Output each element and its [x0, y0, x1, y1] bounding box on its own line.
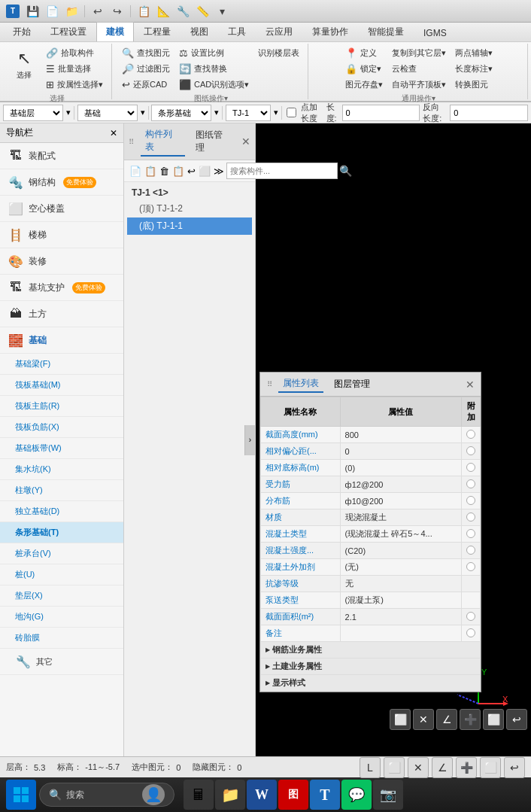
tab-tools[interactable]: 工具 — [218, 22, 256, 41]
tab-start[interactable]: 开始 — [3, 22, 41, 41]
view-ctrl-back[interactable]: ↩ — [506, 709, 527, 730]
element-save-btn[interactable]: 图元存盘▾ — [341, 77, 387, 92]
taskbar-app-calculator[interactable]: 🖩 — [184, 780, 214, 810]
element-name-select[interactable]: TJ-1 — [226, 105, 271, 121]
settings-icon[interactable]: 🔧 — [174, 3, 191, 20]
more-icon[interactable]: ▾ — [214, 3, 230, 20]
ruler-icon[interactable]: 📏 — [194, 3, 211, 20]
sidebar-item-pier[interactable]: 柱墩(Y) — [0, 480, 123, 501]
open-icon[interactable]: 📁 — [63, 3, 80, 20]
taskbar-app-wechat[interactable]: 💬 — [341, 780, 372, 810]
paste-component-btn[interactable]: 📋 — [171, 163, 185, 179]
prop-select-btn[interactable]: ⊞ 按属性选择▾ — [42, 77, 107, 92]
sidebar-item-other[interactable]: 🔧 其它 — [0, 649, 123, 675]
find-replace-btn[interactable]: 🔄 查找替换 — [175, 61, 253, 76]
element-type-select[interactable]: 基础 — [77, 105, 138, 121]
more-btn[interactable]: ≫ — [213, 163, 225, 179]
view-ctrl-cross[interactable]: ✕ — [413, 709, 434, 730]
prop-val-concrete-type[interactable]: (现浇混凝土 碎石5～4... — [340, 526, 461, 543]
prop-val-material[interactable]: 现浇混凝土 — [340, 509, 461, 526]
length-input[interactable] — [342, 105, 420, 121]
point-length-checkbox[interactable] — [287, 108, 296, 117]
tab-cloud[interactable]: 云应用 — [256, 22, 302, 41]
sidebar-item-cushion[interactable]: 垫层(X) — [0, 585, 123, 607]
props-tab-list[interactable]: 属性列表 — [278, 376, 323, 393]
sidebar-item-pit[interactable]: 🏗 基坑支护 免费体验 — [0, 275, 123, 301]
tab-collab[interactable]: 算量协作 — [302, 22, 358, 41]
view-ctrl-angle[interactable]: ∠ — [436, 709, 457, 730]
reverse-length-input[interactable] — [450, 105, 528, 121]
prop-val-area[interactable]: 2.1 — [340, 609, 461, 625]
prop-val-impermeability[interactable]: 无 — [340, 576, 461, 592]
radio-concrete-type[interactable] — [466, 529, 475, 538]
define-btn[interactable]: 📍 定义 — [341, 45, 387, 60]
radio-additive[interactable] — [466, 562, 475, 571]
undo-icon[interactable]: ↩ — [90, 3, 106, 20]
status-btn-x[interactable]: ✕ — [408, 757, 429, 778]
taskbar-app-folder[interactable]: 📁 — [215, 780, 245, 810]
tab-settings[interactable]: 工程设置 — [41, 22, 96, 41]
copy-component-btn[interactable]: 📋 — [144, 163, 157, 179]
sidebar-item-raft-foundation[interactable]: 筏板基础(M) — [0, 375, 123, 396]
taskbar-app-t[interactable]: T — [310, 780, 340, 810]
radio-elev[interactable] — [466, 463, 475, 472]
radio-dist-bar[interactable] — [466, 496, 475, 505]
prop-val-dist-bar[interactable]: ф10@200 — [340, 493, 461, 509]
sidebar-item-pile-cap[interactable]: 桩承台(V) — [0, 543, 123, 564]
sidebar-item-assembly[interactable]: 🏗 装配式 — [0, 143, 123, 169]
radio-area[interactable] — [466, 612, 475, 621]
sidebar-item-strip[interactable]: 条形基础(T) — [0, 522, 123, 543]
measure-icon[interactable]: 📐 — [155, 3, 171, 20]
sidebar-item-foundation-band[interactable]: 基础板带(W) — [0, 438, 123, 459]
taskbar-search-box[interactable]: 🔍 搜索 👤 — [39, 783, 174, 807]
sidebar-item-hollow[interactable]: ⬜ 空心楼盖 — [0, 196, 123, 222]
select-btn[interactable]: ↖ 选择 — [8, 45, 41, 84]
filter-btn[interactable]: 🔎 过滤图元 — [118, 61, 174, 76]
prop-val-additive[interactable]: (无) — [340, 559, 461, 576]
tree-item-tj1[interactable]: TJ-1 <1> — [127, 185, 252, 200]
prop-val-elev[interactable]: (0) — [340, 460, 461, 476]
sidebar-item-pile[interactable]: 桩(U) — [0, 564, 123, 585]
radio-concrete-grade[interactable] — [466, 546, 475, 555]
cad-identify-btn[interactable]: ⬛ CAD识别选项▾ — [175, 77, 253, 92]
restore-cad-btn[interactable]: ↩ 还原CAD — [118, 77, 174, 92]
radio-note[interactable] — [466, 628, 475, 637]
two-point-aux-btn[interactable]: 两点辅轴▾ — [451, 45, 496, 60]
sidebar-item-sump[interactable]: 集水坑(K) — [0, 459, 123, 480]
sidebar-item-foundation-beam[interactable]: 基础梁(F) — [0, 354, 123, 375]
panel-tab-drawings[interactable]: 图纸管理 — [191, 127, 235, 156]
copy-to-layer-btn[interactable]: 复制到其它层▾ — [388, 45, 450, 60]
length-mark-btn[interactable]: 长度标注▾ — [451, 61, 496, 76]
panel-drag-handle[interactable]: ⠿ — [129, 138, 135, 146]
section-display[interactable]: ▸ 显示样式 — [261, 675, 481, 692]
batch-select-btn[interactable]: ☰ 批量选择 — [42, 61, 107, 76]
sidebar-item-stair[interactable]: 🪜 楼梯 — [0, 222, 123, 248]
save-icon[interactable]: 💾 — [24, 3, 41, 20]
sidebar-item-raft-rebar[interactable]: 筏板主筋(R) — [0, 396, 123, 417]
section-civil[interactable]: ▸ 土建业务属性 — [261, 658, 481, 675]
view-ctrl-plus[interactable]: ➕ — [460, 709, 481, 730]
section-rebar[interactable]: ▸ 钢筋业务属性 — [261, 642, 481, 658]
delete-component-btn[interactable]: 🗑 — [159, 163, 170, 179]
copy-icon[interactable]: 📋 — [135, 3, 152, 20]
filter-component-btn[interactable]: ⬜ — [198, 163, 211, 179]
up-btn[interactable]: ↩ — [187, 163, 196, 179]
tree-item-tj1-2[interactable]: (顶) TJ-1-2 — [127, 200, 252, 217]
sidebar-item-steel[interactable]: 🔩 钢结构 免费体验 — [0, 169, 123, 196]
redo-icon[interactable]: ↪ — [109, 3, 126, 20]
find-element-btn[interactable]: 🔍 查找图元 — [118, 45, 174, 60]
sidebar-item-foundation[interactable]: 🧱 基础 — [0, 327, 123, 354]
sidebar-close-icon[interactable]: ✕ — [110, 128, 117, 138]
lock-btn[interactable]: 🔒 锁定▾ — [341, 61, 387, 76]
status-btn-l[interactable]: L — [360, 757, 381, 778]
convert-element-btn[interactable]: 转换图元 — [451, 77, 496, 92]
tree-item-tj1-1[interactable]: (底) TJ-1-1 — [127, 217, 252, 235]
status-btn-angle[interactable]: ∠ — [432, 757, 453, 778]
taskbar-app-cad[interactable]: 图 — [278, 780, 308, 810]
foundation-type-select[interactable]: 条形基础 — [151, 105, 211, 121]
radio-material[interactable] — [466, 512, 475, 522]
panel-scroll-arrow[interactable]: › — [244, 425, 255, 455]
sidebar-item-raft-neg-rebar[interactable]: 筏板负筋(X) — [0, 417, 123, 438]
prop-val-eccentric[interactable]: 0 — [340, 443, 461, 460]
set-scale-btn[interactable]: ⚖ 设置比例 — [175, 45, 253, 60]
